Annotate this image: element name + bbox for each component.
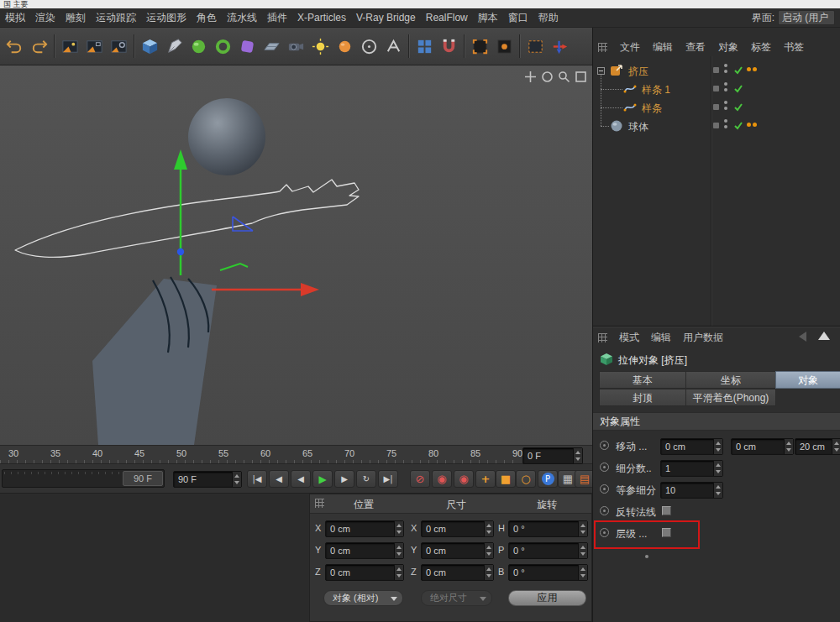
pos-y-field[interactable]: 0 cm (325, 542, 404, 559)
generator-icon[interactable] (186, 34, 210, 58)
display-mode-icon[interactable] (468, 34, 491, 58)
apply-button[interactable]: 应用 (508, 590, 586, 606)
tab-coordinates[interactable]: 坐标 (685, 371, 776, 389)
menu-motion-tracking[interactable]: 运动跟踪 (96, 11, 136, 25)
stepper[interactable] (578, 543, 587, 558)
am-menu-mode[interactable]: 模式 (619, 331, 639, 345)
undo-icon[interactable] (3, 34, 26, 58)
move-z-field[interactable]: 20 cm (795, 438, 840, 455)
object-label[interactable]: 挤压 (628, 65, 648, 79)
stepper[interactable] (484, 521, 493, 536)
current-frame-field[interactable]: 90 F (173, 471, 242, 488)
move-x-field[interactable]: 0 cm (660, 438, 723, 455)
rot-p-field[interactable]: 0 ° (508, 542, 588, 559)
scene-canvas[interactable] (0, 65, 592, 445)
keyframe-toggle-icon[interactable] (600, 506, 609, 515)
layer-color-chip[interactable] (713, 104, 719, 110)
stepper[interactable] (713, 461, 722, 476)
subdivision-field[interactable]: 1 (660, 460, 723, 477)
enable-check-icon[interactable] (733, 84, 743, 94)
panel-grip-icon[interactable] (315, 499, 324, 508)
light-icon[interactable] (308, 34, 332, 58)
pos-z-field[interactable]: 0 cm (325, 564, 404, 581)
magnet-icon[interactable] (437, 34, 460, 58)
sky-icon[interactable] (333, 34, 356, 58)
object-label[interactable]: 球体 (628, 120, 648, 134)
stepper[interactable] (832, 439, 840, 454)
tab-object[interactable]: 对象 (775, 371, 840, 389)
tab-phong[interactable]: 平滑着色(Phong) (685, 389, 776, 406)
step-forward-button[interactable]: ▶ (334, 470, 354, 488)
render-view-icon[interactable] (58, 34, 81, 58)
previous-key-button[interactable]: ◀ (269, 470, 289, 488)
menu-script[interactable]: 脚本 (478, 11, 498, 25)
history-back-icon[interactable] (799, 332, 806, 342)
record-off-button[interactable]: ⊘ (410, 470, 430, 488)
rotation-handle-green[interactable] (220, 264, 248, 270)
play-button[interactable]: ▶ (312, 470, 333, 488)
layer-color-chip[interactable] (713, 86, 719, 91)
menu-simulate[interactable]: 模拟 (5, 11, 25, 25)
stepper[interactable] (713, 439, 722, 454)
spline-icon[interactable] (623, 101, 637, 114)
am-menu-userdata[interactable]: 用户数据 (683, 331, 723, 345)
key-rotation-button[interactable]: ○ (516, 470, 536, 488)
nurbs-ring-icon[interactable] (211, 34, 234, 58)
panel-grip-icon[interactable] (598, 43, 607, 52)
key-parameter-button[interactable]: P (538, 470, 558, 488)
keyframe-toggle-icon[interactable] (600, 441, 609, 450)
enable-check-icon[interactable] (733, 102, 743, 112)
deformer-icon[interactable] (235, 34, 259, 58)
interface-value[interactable]: 启动 (用户 (778, 10, 835, 25)
zoom-view-icon[interactable] (558, 71, 570, 83)
render-region-icon[interactable] (523, 34, 547, 58)
stepper[interactable] (713, 483, 722, 498)
menu-help[interactable]: 帮助 (538, 11, 559, 25)
enable-check-icon[interactable] (733, 121, 743, 131)
panel-grip-icon[interactable] (598, 333, 607, 342)
redo-icon[interactable] (27, 34, 50, 58)
pen-spline-icon[interactable] (162, 34, 186, 58)
end-frame-field[interactable]: 0 F (522, 447, 583, 464)
typography-icon[interactable] (381, 34, 405, 58)
viewport[interactable] (0, 65, 592, 445)
sphere-icon[interactable] (610, 119, 623, 133)
menu-render[interactable]: 渲染 (35, 11, 55, 25)
tag-icons[interactable] (747, 67, 757, 71)
flip-normals-checkbox[interactable] (662, 506, 671, 515)
pan-view-icon[interactable] (524, 71, 537, 83)
timeline-ruler[interactable]: 30 35 40 45 50 55 60 65 70 75 80 85 90 0… (0, 445, 592, 464)
object-label[interactable]: 样条 1 (642, 83, 670, 97)
size-mode-dropdown[interactable]: 绝对尺寸 (421, 590, 492, 606)
help-cursor-icon[interactable] (357, 34, 381, 58)
enable-check-icon[interactable] (733, 65, 743, 76)
stepper[interactable] (394, 543, 403, 558)
am-menu-edit[interactable]: 编辑 (651, 331, 671, 345)
om-menu-tags[interactable]: 标签 (751, 40, 771, 55)
tree-row-extrude[interactable]: 挤压 (593, 61, 840, 80)
menu-character[interactable]: 角色 (197, 11, 217, 25)
render-picture-viewer-icon[interactable] (82, 34, 106, 58)
visibility-dots[interactable] (724, 119, 727, 128)
layer-color-chip[interactable] (713, 123, 719, 128)
y-axis-arrow[interactable] (174, 149, 187, 170)
om-menu-bookmarks[interactable]: 书签 (784, 40, 804, 55)
key-scale-button[interactable]: ■ (496, 470, 516, 488)
om-menu-file[interactable]: 文件 (620, 40, 640, 55)
stepper[interactable] (578, 521, 587, 536)
spline-outline[interactable] (15, 180, 359, 257)
size-z-field[interactable]: 0 cm (421, 564, 494, 581)
size-x-field[interactable]: 0 cm (421, 520, 494, 537)
om-menu-edit[interactable]: 编辑 (653, 40, 673, 55)
pos-x-field[interactable]: 0 cm (325, 520, 404, 537)
stepper[interactable] (578, 565, 587, 580)
interface-selector[interactable]: 界面: 启动 (用户 (752, 10, 835, 25)
axis-arrows-icon[interactable] (548, 34, 571, 58)
layer-color-chip[interactable] (713, 67, 719, 73)
menu-plugins[interactable]: 插件 (267, 11, 287, 25)
object-properties-section[interactable]: 对象属性 (593, 412, 840, 431)
goto-start-button[interactable]: |◀ (247, 470, 267, 488)
display-filter-icon[interactable] (492, 34, 516, 58)
collapse-toggle-icon[interactable] (597, 67, 605, 75)
object-label[interactable]: 样条 (642, 102, 662, 116)
